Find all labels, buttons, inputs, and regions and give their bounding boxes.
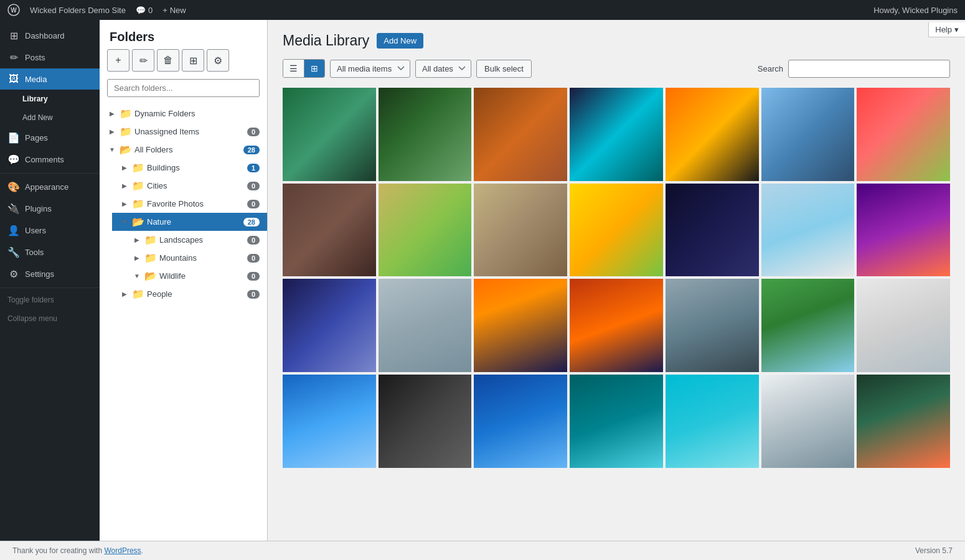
nature-icon: 📂 [132,216,144,228]
footer-text: Thank you for creating with WordPress. [12,546,143,555]
media-image-26[interactable] [666,375,759,468]
bulk-select-button[interactable]: Bulk select [476,60,532,78]
tree-item-wildlife[interactable]: ▼ 📂 Wildlife 0 [125,267,267,285]
media-image-13[interactable] [761,184,855,277]
media-image-12[interactable] [666,184,759,277]
sidebar-item-plugins[interactable]: 🔌 Plugins [0,198,100,220]
plus-icon: + [162,6,167,15]
tree-item-people[interactable]: ▶ 📁 People 0 [112,285,267,303]
media-image-17[interactable] [474,279,567,372]
tree-item-buildings[interactable]: ▶ 📁 Buildings 1 [112,159,267,177]
expand-dynamic-icon: ▶ [107,110,117,117]
tree-item-landscapes[interactable]: ▶ 📁 Landscapes 0 [125,231,267,249]
add-folder-button[interactable]: + [107,49,129,72]
cities-icon: 📁 [132,180,144,192]
media-image-7[interactable] [857,88,950,181]
media-image-9[interactable] [379,184,472,277]
sidebar-item-appearance[interactable]: 🎨 Appearance [0,176,100,198]
add-new-button[interactable]: Add New [377,33,423,49]
comments-link[interactable]: 💬 0 [136,6,153,15]
media-image-5[interactable] [666,88,759,181]
help-button[interactable]: Help ▾ [928,22,965,37]
media-image-15[interactable] [283,279,376,372]
sidebar-item-users[interactable]: 👤 Users [0,220,100,241]
comments-icon: 💬 [7,154,20,166]
landscapes-count: 0 [247,236,260,245]
media-image-24[interactable] [474,375,567,468]
sidebar-item-media[interactable]: 🖼 Media [0,68,100,90]
media-image-16[interactable] [379,279,472,372]
tree-item-cities[interactable]: ▶ 📁 Cities 0 [112,177,267,195]
media-image-25[interactable] [570,375,663,468]
admin-bar: W Wicked Folders Demo Site 💬 0 + New How… [0,0,965,20]
media-image-14[interactable] [857,184,950,277]
comment-icon: 💬 [136,6,146,15]
expand-nature-icon: ▼ [120,218,129,225]
tree-item-nature[interactable]: ▼ 📂 Nature 28 [112,213,267,231]
search-label: Search [758,64,783,73]
media-image-20[interactable] [761,279,855,372]
sidebar-item-posts[interactable]: ✏ Posts [0,47,100,68]
media-image-22[interactable] [283,375,376,468]
tree-item-unassigned[interactable]: ▶ 📁 Unassigned Items 0 [100,123,267,141]
pages-icon: 📄 [7,132,20,144]
tree-item-dynamic-folders[interactable]: ▶ 📁 Dynamic Folders [100,105,267,123]
media-image-8[interactable] [283,184,376,277]
media-image-11[interactable] [570,184,663,277]
sidebar-item-dashboard[interactable]: ⊞ Dashboard [0,25,100,47]
site-name[interactable]: Wicked Folders Demo Site [30,6,126,15]
media-image-4[interactable] [570,88,663,181]
users-icon: 👤 [7,225,20,236]
chevron-down-icon: ▾ [954,25,959,34]
sidebar-item-add-new[interactable]: Add New [0,108,100,127]
new-content-button[interactable]: + New [162,6,186,15]
search-input[interactable] [788,60,950,78]
all-folder-icon: 📂 [120,144,132,156]
wordpress-link[interactable]: WordPress [104,546,141,555]
grid-view-button[interactable]: ⊞ [304,60,324,77]
wildlife-count: 0 [247,272,260,281]
favorites-icon: 📁 [132,198,144,210]
sidebar-item-library[interactable]: Library [0,90,100,108]
sidebar-item-tools[interactable]: 🔧 Tools [0,241,100,263]
date-filter[interactable]: All dates [415,60,471,78]
version-text: Version 5.7 [915,546,953,555]
tree-item-mountains[interactable]: ▶ 📁 Mountains 0 [125,249,267,267]
folders-search-input[interactable] [107,79,260,97]
toggle-folders[interactable]: Toggle folders [0,291,100,309]
sidebar-item-settings[interactable]: ⚙ Settings [0,263,100,285]
wp-logo[interactable]: W [7,4,20,16]
expand-folder-button[interactable]: ⊞ [182,49,204,72]
media-library-area: Media Library Add New ☰ ⊞ All media item… [268,20,965,541]
media-image-27[interactable] [761,375,855,468]
sidebar-item-pages[interactable]: 📄 Pages [0,127,100,149]
media-image-3[interactable] [474,88,567,181]
folders-toolbar: + ✏ 🗑 ⊞ ⚙ [100,49,267,79]
folder-settings-button[interactable]: ⚙ [207,49,229,72]
media-image-2[interactable] [379,88,472,181]
media-image-6[interactable] [761,88,855,181]
media-type-filter[interactable]: All media items [330,60,410,78]
media-image-19[interactable] [666,279,759,372]
collapse-menu[interactable]: Collapse menu [0,309,100,328]
people-count: 0 [247,290,260,299]
media-image-28[interactable] [857,375,950,468]
delete-folder-button[interactable]: 🗑 [157,49,179,72]
media-image-1[interactable] [283,88,376,181]
list-view-button[interactable]: ☰ [283,60,304,77]
expand-favorites-icon: ▶ [120,200,129,207]
appearance-icon: 🎨 [7,181,20,193]
media-image-10[interactable] [474,184,567,277]
unassigned-folder-icon: 📁 [120,126,132,138]
tree-item-favorite-photos[interactable]: ▶ 📁 Favorite Photos 0 [112,195,267,213]
media-image-21[interactable] [857,279,950,372]
sidebar-item-comments[interactable]: 💬 Comments [0,149,100,170]
tree-item-all-folders[interactable]: ▼ 📂 All Folders 28 [100,141,267,159]
media-image-18[interactable] [570,279,663,372]
expand-landscapes-icon: ▶ [132,236,142,243]
landscapes-icon: 📁 [144,234,157,246]
edit-folder-button[interactable]: ✏ [132,49,154,72]
media-image-23[interactable] [379,375,472,468]
plugins-icon: 🔌 [7,203,20,215]
media-toolbar: ☰ ⊞ All media items All dates Bulk selec… [283,59,950,78]
